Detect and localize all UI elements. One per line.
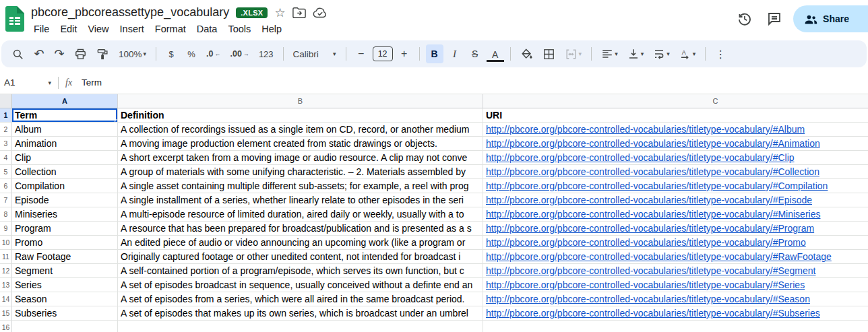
row-number[interactable]: 10	[0, 236, 12, 250]
cell-definition[interactable]: A self-contained portion of a program/ep…	[118, 264, 483, 278]
cell-uri[interactable]: http://pbcore.org/pbcore-controlled-voca…	[483, 123, 868, 137]
row-number[interactable]: 9	[0, 222, 12, 236]
cell-term[interactable]: Miniseries	[12, 207, 118, 222]
undo-icon[interactable]: ↶	[30, 44, 48, 63]
decrease-font-size-button[interactable]: −	[352, 44, 370, 63]
more-options-icon[interactable]: ⋮	[712, 44, 729, 63]
document-title[interactable]: pbcore_pbcoreassettype_vocabulary	[31, 5, 229, 20]
cell-definition[interactable]: An edited piece of audio or video announ…	[118, 236, 483, 250]
cell-definition[interactable]: A set of episodes broadcast in sequence,…	[118, 278, 483, 292]
cell-term[interactable]: Program	[12, 222, 118, 236]
font-size-input[interactable]: 12	[373, 46, 393, 61]
cell-term[interactable]: Compilation	[12, 179, 118, 193]
row-number[interactable]: 4	[0, 151, 12, 165]
cell-definition[interactable]: A single asset containing multiple diffe…	[118, 179, 483, 193]
increase-font-size-button[interactable]: +	[396, 44, 413, 63]
cell-definition[interactable]: A moving image production element create…	[118, 137, 483, 151]
column-header-a[interactable]: A	[12, 94, 118, 108]
row-number[interactable]: 13	[0, 278, 12, 292]
cell-uri[interactable]: http://pbcore.org/pbcore-controlled-voca…	[483, 165, 868, 179]
strikethrough-button[interactable]: S	[466, 44, 484, 63]
cell-definition[interactable]: A resource that has been prepared for br…	[118, 222, 483, 236]
uri-link[interactable]: http://pbcore.org/pbcore-controlled-voca…	[486, 138, 820, 149]
cell-term[interactable]: Raw Footage	[12, 250, 118, 264]
text-wrap-button[interactable]: ▾	[650, 44, 673, 63]
uri-link[interactable]: http://pbcore.org/pbcore-controlled-voca…	[486, 209, 820, 220]
fill-color-icon[interactable]	[517, 44, 536, 63]
menu-insert[interactable]: Insert	[115, 22, 150, 36]
column-header-c[interactable]: C	[483, 94, 868, 108]
cell-definition[interactable]: A short excerpt taken from a moving imag…	[118, 151, 483, 165]
row-number[interactable]: 1	[0, 108, 12, 123]
cloud-saved-icon[interactable]	[313, 7, 328, 18]
sheets-logo-icon[interactable]	[5, 6, 24, 32]
cell-definition[interactable]: A set of episodes from a series, which w…	[118, 292, 483, 306]
column-header-b[interactable]: B	[118, 94, 483, 108]
increase-decimal-button[interactable]: .00→	[227, 44, 253, 63]
cell-uri[interactable]: http://pbcore.org/pbcore-controlled-voca…	[483, 250, 868, 264]
menu-view[interactable]: View	[82, 22, 114, 36]
cell-uri[interactable]: http://pbcore.org/pbcore-controlled-voca…	[483, 264, 868, 278]
uri-link[interactable]: http://pbcore.org/pbcore-controlled-voca…	[486, 251, 832, 262]
zoom-select[interactable]: 100% ▾	[115, 44, 150, 63]
cell-uri[interactable]: http://pbcore.org/pbcore-controlled-voca…	[483, 292, 868, 306]
cell-b1[interactable]: Definition	[118, 108, 483, 123]
format-percent-button[interactable]: %	[183, 44, 200, 63]
uri-link[interactable]: http://pbcore.org/pbcore-controlled-voca…	[486, 294, 810, 304]
cell-uri[interactable]: http://pbcore.org/pbcore-controlled-voca…	[483, 306, 868, 321]
cell-uri[interactable]: http://pbcore.org/pbcore-controlled-voca…	[483, 137, 868, 151]
menu-format[interactable]: Format	[150, 22, 191, 36]
menu-tools[interactable]: Tools	[222, 22, 256, 36]
decrease-decimal-button[interactable]: .0←	[203, 44, 224, 63]
cell-term[interactable]: Series	[12, 278, 118, 292]
row-number[interactable]: 3	[0, 137, 12, 151]
font-select[interactable]: Calibri ▾	[290, 44, 340, 63]
cell-c1[interactable]: URI	[483, 108, 868, 123]
uri-link[interactable]: http://pbcore.org/pbcore-controlled-voca…	[486, 195, 812, 205]
menu-data[interactable]: Data	[191, 22, 223, 36]
row-number[interactable]: 6	[0, 179, 12, 193]
cell-uri[interactable]: http://pbcore.org/pbcore-controlled-voca…	[483, 207, 868, 222]
cell-definition[interactable]: A set of episodes that makes up its own …	[118, 306, 483, 321]
cell-uri[interactable]: http://pbcore.org/pbcore-controlled-voca…	[483, 278, 868, 292]
text-rotation-button[interactable]: A ▾	[676, 44, 700, 63]
cell-term[interactable]: Collection	[12, 165, 118, 179]
cell-term[interactable]: Album	[12, 123, 118, 137]
uri-link[interactable]: http://pbcore.org/pbcore-controlled-voca…	[486, 124, 805, 135]
cell-uri[interactable]: http://pbcore.org/pbcore-controlled-voca…	[483, 236, 868, 250]
row-number[interactable]: 16	[0, 321, 12, 332]
menu-file[interactable]: File	[28, 22, 55, 36]
uri-link[interactable]: http://pbcore.org/pbcore-controlled-voca…	[486, 265, 816, 276]
cell-uri[interactable]: http://pbcore.org/pbcore-controlled-voca…	[483, 151, 868, 165]
cell-a1-selected[interactable]: Term	[12, 108, 118, 123]
cell-definition[interactable]: A collection of recordings issued as a s…	[118, 123, 483, 137]
paint-format-icon[interactable]	[93, 44, 113, 63]
cell-uri[interactable]	[483, 321, 868, 332]
uri-link[interactable]: http://pbcore.org/pbcore-controlled-voca…	[486, 166, 819, 177]
row-number[interactable]: 7	[0, 193, 12, 207]
move-to-folder-icon[interactable]	[292, 7, 306, 19]
row-number[interactable]: 12	[0, 264, 12, 278]
number-format-button[interactable]: 123	[255, 44, 277, 63]
share-button[interactable]: Share	[793, 5, 868, 32]
italic-button[interactable]: I	[446, 44, 464, 63]
cell-term[interactable]: Segment	[12, 264, 118, 278]
print-icon[interactable]	[71, 44, 90, 63]
cell-term[interactable]: Promo	[12, 236, 118, 250]
cell-uri[interactable]: http://pbcore.org/pbcore-controlled-voca…	[483, 179, 868, 193]
row-number[interactable]: 11	[0, 250, 12, 264]
cell-term[interactable]: Clip	[12, 151, 118, 165]
comments-icon[interactable]	[760, 4, 789, 34]
horizontal-align-button[interactable]: ▾	[598, 44, 621, 63]
row-number[interactable]: 14	[0, 292, 12, 306]
formula-input[interactable]: Term	[82, 77, 868, 88]
row-number[interactable]: 2	[0, 123, 12, 137]
cell-term[interactable]: Subseries	[12, 306, 118, 321]
cell-term[interactable]: Animation	[12, 137, 118, 151]
uri-link[interactable]: http://pbcore.org/pbcore-controlled-voca…	[486, 279, 805, 290]
cell-definition[interactable]: A group of materials with some unifying …	[118, 165, 483, 179]
uri-link[interactable]: http://pbcore.org/pbcore-controlled-voca…	[486, 152, 795, 163]
menu-help[interactable]: Help	[256, 22, 287, 36]
bold-button[interactable]: B	[426, 44, 443, 63]
row-number[interactable]: 15	[0, 306, 12, 321]
